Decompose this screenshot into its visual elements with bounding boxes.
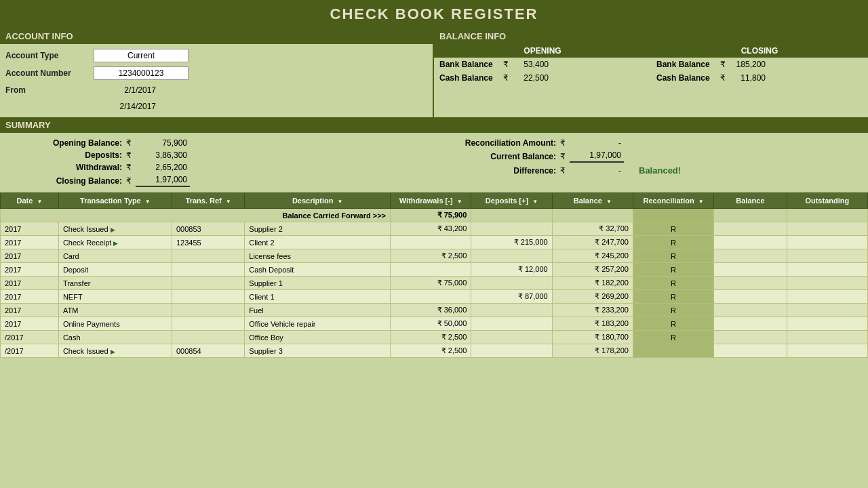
balance-info-header: BALANCE INFO	[434, 28, 868, 44]
cash-balance-closing: Cash Balance ₹ 11,800	[651, 71, 868, 85]
cell-balance: ₹ 182,200	[552, 277, 633, 290]
cell-reconcile: R	[633, 317, 713, 331]
cell-reconcile: R	[633, 290, 713, 304]
cell-balance2	[714, 277, 787, 290]
cell-date: 2017	[1, 277, 59, 290]
balance-dropdown-arrow[interactable]: ▼	[606, 199, 612, 205]
cell-outstanding	[787, 222, 867, 236]
cell-balance2	[714, 222, 787, 236]
cell-reconcile: R	[633, 249, 713, 263]
cell-reconcile: R	[633, 263, 713, 277]
col-header-deposit[interactable]: Deposits [+] ▼	[471, 193, 552, 209]
cell-deposit	[471, 317, 552, 331]
cell-balance: ₹ 257,200	[552, 263, 633, 277]
cell-reconcile: R	[633, 304, 713, 317]
account-type-label: Account Type	[5, 51, 94, 60]
col-header-outstanding[interactable]: Outstanding	[787, 193, 867, 209]
withdrawal-dropdown-arrow[interactable]: ▼	[457, 199, 462, 205]
cell-balance2	[714, 290, 787, 304]
cell-withdrawal: ₹ 2,500	[391, 249, 471, 263]
cell-deposit: ₹ 215,000	[471, 236, 552, 249]
deposits-row: Deposits: ₹ 3,86,300	[14, 149, 434, 161]
col-header-ref[interactable]: Trans. Ref ▼	[172, 193, 244, 209]
cell-balance2	[714, 249, 787, 263]
cell-desc: Office Boy	[245, 331, 391, 344]
cell-withdrawal	[391, 236, 471, 249]
opening-balance-row: Opening Balance: ₹ 75,900	[14, 137, 434, 149]
reconcile-dropdown-arrow[interactable]: ▼	[698, 199, 704, 205]
cell-ref	[172, 249, 244, 263]
page-title: CHECK BOOK REGISTER	[330, 5, 538, 22]
cell-reconcile: R	[633, 277, 713, 290]
col-header-type[interactable]: Transaction Type ▼	[58, 193, 172, 209]
type-dropdown-arrow[interactable]: ▼	[145, 199, 151, 205]
title-bar: CHECK BOOK REGISTER	[0, 0, 868, 28]
deposit-dropdown-arrow[interactable]: ▼	[532, 199, 538, 205]
from-value: 2/1/2017	[94, 84, 161, 96]
carried-forward-row: Balance Carried Forward >>> ₹ 75,900	[1, 209, 868, 222]
cell-deposit: ₹ 12,000	[471, 263, 552, 277]
cell-reconcile	[633, 344, 713, 358]
cell-date: 2017	[1, 263, 59, 277]
col-header-reconcile[interactable]: Reconciliation ▼	[633, 193, 713, 209]
table-row: 2017 Card License fees ₹ 2,500 ₹ 245,200…	[1, 249, 868, 263]
cell-outstanding	[787, 236, 867, 249]
bank-balance-closing-amount: 185,200	[728, 60, 766, 69]
cash-balance-opening-amount: 22,500	[511, 73, 549, 83]
cell-ref: 123455	[172, 236, 244, 249]
col-header-withdrawal[interactable]: Withdrawals [-] ▼	[391, 193, 471, 209]
desc-dropdown-arrow[interactable]: ▼	[338, 199, 343, 205]
reconciliation-amount-row: Reconciliation Amount: ₹ -	[448, 137, 868, 149]
cell-outstanding	[787, 249, 867, 263]
cell-type: Check Issued ▶	[58, 344, 172, 358]
cell-deposit	[471, 277, 552, 290]
cell-reconcile: R	[633, 331, 713, 344]
col-header-balance[interactable]: Balance ▼	[552, 193, 633, 209]
cell-reconcile: R	[633, 236, 713, 249]
withdrawal-label: Withdrawal:	[14, 163, 122, 172]
table-row: 2017 Transfer Supplier 1 ₹ 75,000 ₹ 182,…	[1, 277, 868, 290]
bank-balance-opening: Bank Balance ₹ 53,400	[434, 58, 651, 71]
col-header-desc[interactable]: Description ▼	[245, 193, 391, 209]
col-header-date[interactable]: Date ▼	[1, 193, 59, 209]
cell-type: Deposit	[58, 263, 172, 277]
account-type-value: Current	[94, 49, 189, 62]
cell-withdrawal	[391, 290, 471, 304]
cell-outstanding	[787, 263, 867, 277]
cell-deposit	[471, 249, 552, 263]
cell-ref: 000853	[172, 222, 244, 236]
cell-balance: ₹ 180,700	[552, 331, 633, 344]
cell-ref	[172, 317, 244, 331]
bank-balance-label: Bank Balance	[439, 60, 500, 69]
withdrawal-row: Withdrawal: ₹ 2,65,200	[14, 161, 434, 174]
cell-date: 2017	[1, 222, 59, 236]
cell-desc: Cash Deposit	[245, 263, 391, 277]
ref-dropdown-arrow[interactable]: ▼	[226, 199, 231, 205]
cell-type: Transfer	[58, 277, 172, 290]
cell-outstanding	[787, 290, 867, 304]
reconciliation-amount-value: -	[570, 138, 624, 148]
bank-balance-opening-amount: 53,400	[511, 60, 549, 69]
transactions-table-container: Date ▼ Transaction Type ▼ Trans. Ref ▼ D…	[0, 192, 868, 358]
table-row: 2017 Check Issued ▶ 000853 Supplier 2 ₹ …	[1, 222, 868, 236]
cell-desc: Supplier 3	[245, 344, 391, 358]
cell-outstanding	[787, 344, 867, 358]
cell-ref: 000854	[172, 344, 244, 358]
date-dropdown-arrow[interactable]: ▼	[37, 199, 42, 205]
cell-date: 2017	[1, 236, 59, 249]
cell-balance: ₹ 178,200	[552, 344, 633, 358]
opening-balance-value: 75,900	[136, 138, 190, 148]
cell-balance: ₹ 183,200	[552, 317, 633, 331]
cell-ref	[172, 263, 244, 277]
current-balance-row: Current Balance: ₹ 1,97,000	[448, 149, 868, 164]
table-row: 2017 Online Payments Office Vehicle repa…	[1, 317, 868, 331]
cell-type: Check Receipt ▶	[58, 236, 172, 249]
cell-balance2	[714, 304, 787, 317]
deposits-label: Deposits:	[14, 150, 122, 160]
to-value: 2/14/2017	[94, 100, 161, 113]
current-balance-label: Current Balance:	[448, 152, 556, 161]
carried-forward-label: Balance Carried Forward >>>	[1, 209, 391, 222]
col-header-balance2[interactable]: Balance	[714, 193, 787, 209]
cell-desc: License fees	[245, 249, 391, 263]
opening-balance-label: Opening Balance:	[14, 138, 122, 148]
